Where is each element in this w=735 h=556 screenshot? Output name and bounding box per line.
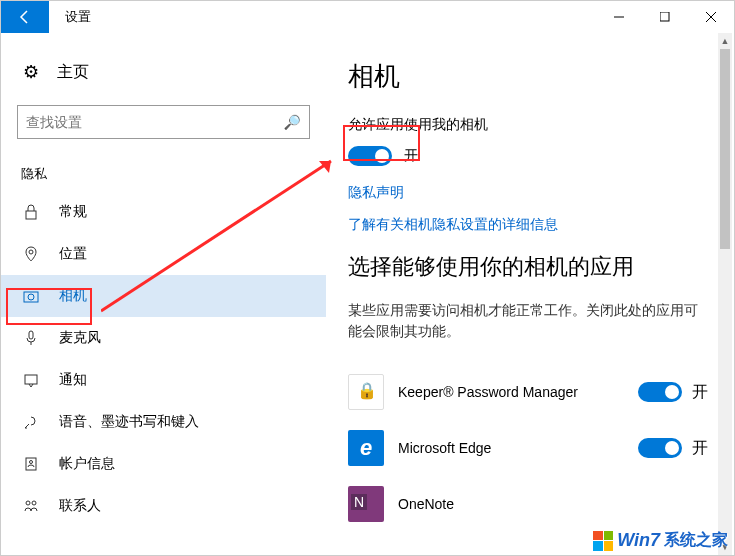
svg-rect-4 (26, 211, 36, 219)
main-panel: 相机 允许应用使用我的相机 开 隐私声明 了解有关相机隐私设置的详细信息 选择能… (326, 33, 734, 555)
watermark-en: Win7 (617, 530, 660, 551)
annotation-highlight-toggle (343, 125, 420, 161)
scrollbar[interactable]: ▲ ▼ (718, 33, 732, 555)
page-heading: 相机 (348, 59, 718, 94)
sidebar-item-label: 帐户信息 (59, 455, 115, 473)
sidebar-item-contacts[interactable]: 联系人 (1, 485, 326, 527)
account-icon (21, 456, 41, 472)
toggle-state-label: 开 (692, 382, 708, 403)
scroll-up-button[interactable]: ▲ (718, 33, 732, 49)
windows-logo-icon (593, 531, 613, 551)
sidebar-item-account[interactable]: 帐户信息 (1, 443, 326, 485)
titlebar: 设置 (1, 1, 734, 33)
home-label: 主页 (57, 62, 89, 83)
watermark: Win7 系统之家 (593, 530, 728, 551)
minimize-button[interactable] (596, 1, 642, 33)
scroll-track[interactable] (718, 49, 732, 539)
sidebar-home[interactable]: 主页 (1, 49, 326, 95)
svg-point-13 (32, 501, 36, 505)
app-name-label: OneNote (398, 496, 708, 512)
maximize-button[interactable] (642, 1, 688, 33)
sidebar-section-title: 隐私 (1, 155, 326, 191)
close-button[interactable] (688, 1, 734, 33)
watermark-cn: 系统之家 (664, 530, 728, 551)
app-row-edge: Microsoft Edge 开 (348, 420, 718, 476)
edge-app-icon (348, 430, 384, 466)
svg-point-11 (30, 461, 33, 464)
svg-point-12 (26, 501, 30, 505)
search-icon (284, 113, 301, 131)
app-row-onenote: OneNote (348, 476, 718, 532)
svg-point-5 (29, 250, 33, 254)
scroll-thumb[interactable] (720, 49, 730, 249)
sidebar-item-label: 语音、墨迹书写和键入 (59, 413, 199, 431)
toggle-state-label: 开 (692, 438, 708, 459)
close-icon (706, 12, 716, 22)
annotation-highlight-nav (6, 288, 92, 325)
choose-apps-desc: 某些应用需要访问相机才能正常工作。关闭此处的应用可能会限制其功能。 (348, 300, 718, 342)
arrow-left-icon (17, 9, 33, 25)
sidebar-item-notifications[interactable]: 通知 (1, 359, 326, 401)
learn-more-link[interactable]: 了解有关相机隐私设置的详细信息 (348, 216, 718, 234)
app-toggle-keeper[interactable]: 开 (638, 382, 708, 403)
search-input[interactable] (26, 114, 284, 130)
svg-rect-9 (25, 375, 37, 384)
location-icon (21, 246, 41, 262)
sidebar-item-label: 常规 (59, 203, 87, 221)
window-controls (596, 1, 734, 33)
app-toggle-edge[interactable]: 开 (638, 438, 708, 459)
notification-icon (21, 372, 41, 388)
speech-icon (21, 414, 41, 430)
sidebar-item-label: 联系人 (59, 497, 101, 515)
app-name-label: Microsoft Edge (398, 440, 624, 456)
svg-rect-1 (660, 12, 669, 21)
app-name-label: Keeper® Password Manager (398, 384, 624, 400)
onenote-app-icon (348, 486, 384, 522)
choose-apps-heading: 选择能够使用你的相机的应用 (348, 252, 718, 282)
window-title: 设置 (65, 8, 91, 26)
toggle-switch-icon (638, 382, 682, 402)
contacts-icon (21, 498, 41, 514)
search-box[interactable] (17, 105, 310, 139)
lock-icon (21, 204, 41, 220)
app-row-keeper: Keeper® Password Manager 开 (348, 364, 718, 420)
back-button[interactable] (1, 1, 49, 33)
svg-rect-8 (29, 331, 33, 339)
minimize-icon (614, 12, 624, 22)
sidebar-item-general[interactable]: 常规 (1, 191, 326, 233)
privacy-statement-link[interactable]: 隐私声明 (348, 184, 718, 202)
sidebar-item-location[interactable]: 位置 (1, 233, 326, 275)
microphone-icon (21, 330, 41, 346)
maximize-icon (660, 12, 670, 22)
sidebar-item-label: 位置 (59, 245, 87, 263)
toggle-switch-icon (638, 438, 682, 458)
sidebar-item-label: 通知 (59, 371, 87, 389)
keeper-app-icon (348, 374, 384, 410)
sidebar-item-speech[interactable]: 语音、墨迹书写和键入 (1, 401, 326, 443)
sidebar-item-label: 麦克风 (59, 329, 101, 347)
gear-icon (21, 61, 41, 83)
